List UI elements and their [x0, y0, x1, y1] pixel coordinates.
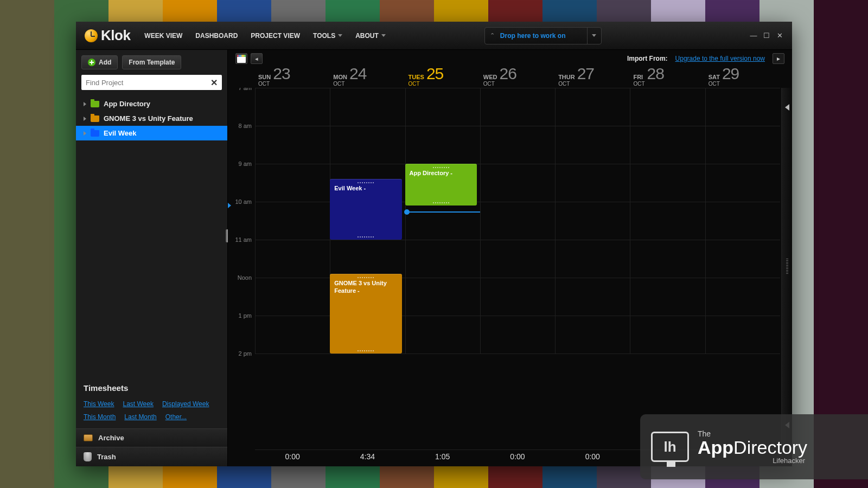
drop-here-zone[interactable]: ⌃ Drop here to work on: [484, 27, 602, 44]
project-item[interactable]: Evil Week: [76, 126, 227, 140]
day-header[interactable]: SUNOCT23: [255, 65, 330, 88]
drop-here-dropdown[interactable]: [587, 28, 601, 44]
day-total: 0:00: [555, 452, 630, 461]
hour-label: 9 am: [239, 160, 252, 167]
mini-calendar-button[interactable]: [235, 53, 247, 64]
clock-icon: [85, 29, 98, 42]
time-gutter: 7 am8 am9 am10 am11 amNoon1 pm2 pm: [228, 88, 255, 354]
app-logo: Klok: [85, 27, 130, 44]
timesheet-link[interactable]: Last Month: [124, 411, 156, 423]
calendar-event[interactable]: GNOME 3 vs Unity Feature -: [330, 274, 401, 354]
triangle-left-icon: [785, 104, 789, 111]
project-item[interactable]: App Directory: [76, 97, 227, 111]
day-total: 0:00: [480, 452, 555, 461]
from-template-button[interactable]: From Template: [122, 55, 181, 69]
timesheet-link[interactable]: This Week: [84, 398, 114, 410]
resize-grip-icon[interactable]: [358, 182, 374, 183]
search-input[interactable]: [86, 79, 210, 87]
project-tree: App DirectoryGNOME 3 vs Unity FeatureEvi…: [76, 94, 227, 143]
day-header[interactable]: TUESOCT25: [405, 65, 480, 88]
hour-label: 10 am: [235, 198, 252, 205]
calendar-event[interactable]: Evil Week -: [330, 179, 401, 240]
menu-about[interactable]: ABOUT: [349, 29, 392, 43]
watermark-badge: lh The AppDirectory Lifehacker: [640, 414, 868, 479]
chevron-down-icon: [592, 34, 596, 37]
expand-right-button[interactable]: ▸: [773, 53, 784, 64]
chevron-down-icon: [338, 34, 342, 37]
timesheets-heading: Timesheets: [84, 383, 220, 393]
menu-tools[interactable]: TOOLS: [307, 29, 349, 43]
resize-grip-icon[interactable]: [433, 202, 449, 203]
menu-week-view[interactable]: WEEK VIEW: [138, 29, 189, 43]
resize-grip-icon[interactable]: [358, 277, 374, 278]
collapse-left-button[interactable]: ◂: [251, 53, 263, 64]
day-header[interactable]: FRIOCT28: [630, 65, 705, 88]
project-label: Evil Week: [104, 129, 136, 137]
day-header[interactable]: THUROCT27: [555, 65, 630, 88]
project-label: GNOME 3 vs Unity Feature: [104, 114, 193, 123]
timesheets-section: Timesheets This WeekLast WeekDisplayed W…: [76, 380, 227, 428]
close-button[interactable]: ✕: [776, 32, 783, 40]
day-header[interactable]: WEDOCT26: [480, 65, 555, 88]
expand-triangle-icon: [84, 131, 86, 136]
menu-project-view[interactable]: PROJECT VIEW: [244, 29, 307, 43]
app-name: Klok: [101, 27, 130, 44]
archive-icon: [84, 434, 93, 441]
trash-button[interactable]: Trash: [76, 447, 227, 466]
hour-label: 1 pm: [239, 312, 252, 319]
now-line: [405, 211, 480, 213]
resize-grip-icon[interactable]: [358, 236, 374, 237]
main-menu: WEEK VIEWDASHBOARDPROJECT VIEWTOOLSABOUT: [138, 29, 392, 43]
day-header[interactable]: MONOCT24: [330, 65, 405, 88]
trash-label: Trash: [97, 453, 116, 461]
now-caret-icon: [228, 203, 231, 208]
drop-here-label: Drop here to work on: [500, 32, 587, 40]
resize-grip-icon[interactable]: [433, 167, 449, 168]
timesheet-link[interactable]: Last Week: [123, 398, 153, 410]
archive-button[interactable]: Archive: [76, 428, 227, 447]
maximize-button[interactable]: ☐: [763, 32, 770, 40]
calendar-grid[interactable]: Evil Week -GNOME 3 vs Unity Feature -App…: [255, 88, 780, 354]
import-from-label: Import From:: [627, 55, 668, 62]
search-project[interactable]: ✕: [81, 75, 222, 90]
menu-dashboard[interactable]: DASHBOARD: [189, 29, 244, 43]
plus-icon: [88, 59, 95, 66]
project-label: App Directory: [104, 100, 150, 108]
timesheet-link[interactable]: This Month: [84, 411, 116, 423]
project-item[interactable]: GNOME 3 vs Unity Feature: [76, 111, 227, 126]
day-total: 1:05: [405, 452, 480, 461]
clear-icon[interactable]: ✕: [210, 78, 218, 88]
calendar-icon: [237, 55, 246, 63]
upgrade-link[interactable]: Upgrade to the full version now: [675, 55, 765, 62]
archive-label: Archive: [98, 434, 124, 442]
chevron-up-icon: ⌃: [485, 32, 500, 39]
hour-label: 7 am: [239, 88, 252, 91]
badge-subtitle: Lifehacker: [773, 457, 805, 465]
expand-triangle-icon: [84, 117, 86, 121]
minimize-button[interactable]: —: [750, 32, 757, 40]
badge-title: AppDirectory: [698, 437, 807, 458]
hour-label: 2 pm: [239, 350, 252, 357]
day-header[interactable]: SATOCT29: [705, 65, 780, 88]
app-window: Klok WEEK VIEWDASHBOARDPROJECT VIEWTOOLS…: [76, 22, 792, 466]
expand-triangle-icon: [84, 102, 86, 106]
hour-label: 11 am: [235, 236, 252, 243]
hour-label: Noon: [238, 274, 252, 281]
hour-label: 8 am: [239, 123, 252, 129]
topbar: Klok WEEK VIEWDASHBOARDPROJECT VIEWTOOLS…: [76, 22, 792, 50]
from-template-label: From Template: [129, 59, 175, 66]
side-scrollbar[interactable]: [781, 88, 792, 445]
monitor-icon: lh: [651, 432, 689, 462]
day-total: 0:00: [255, 452, 330, 461]
trash-icon: [84, 452, 92, 461]
add-button[interactable]: Add: [81, 55, 118, 69]
calendar-event[interactable]: App Directory -: [405, 164, 477, 206]
resize-grip-icon[interactable]: [358, 350, 374, 351]
event-title: Evil Week -: [334, 185, 397, 192]
chevron-down-icon: [381, 34, 386, 37]
timesheet-link[interactable]: Other...: [165, 411, 187, 423]
day-total: 4:34: [330, 452, 405, 461]
timesheet-link[interactable]: Displayed Week: [162, 398, 209, 410]
add-label: Add: [99, 59, 111, 66]
event-title: App Directory -: [410, 170, 473, 177]
